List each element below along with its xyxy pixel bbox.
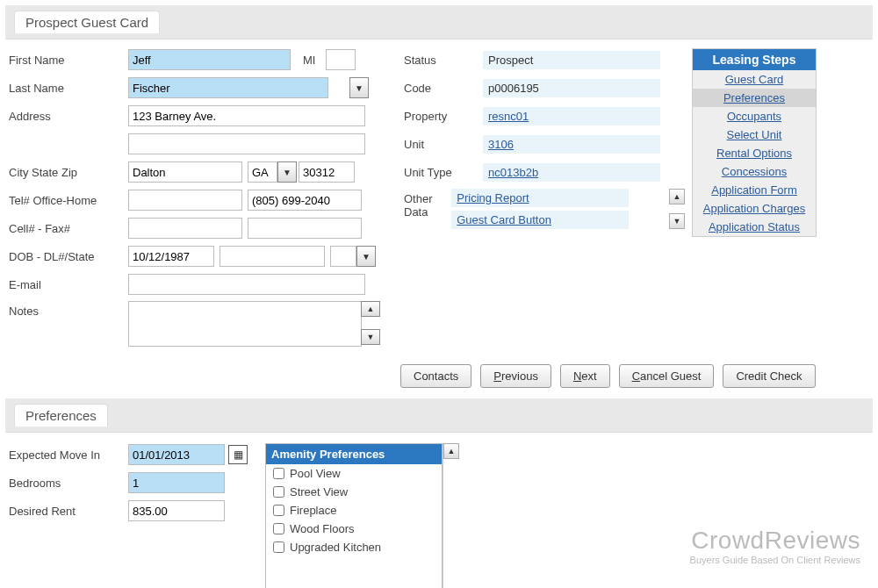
leasing-step-link[interactable]: Application Form [711,183,797,197]
amenity-label: Pool View [290,467,341,480]
leasing-step-item[interactable]: Rental Options [693,144,816,162]
amenities-listbox: Amenity Preferences Pool ViewStreet View… [265,443,443,588]
address1-input[interactable] [128,105,365,126]
label-first-name: First Name [9,54,128,67]
last-name-input[interactable] [128,77,328,98]
bedrooms-input[interactable] [128,472,225,493]
cancel-guest-button[interactable]: Cancel Guest [619,364,715,388]
leasing-step-link[interactable]: Guest Card [725,73,783,86]
pricing-report-link[interactable]: Pricing Report [457,191,529,204]
amenity-item: Wood Floors [266,520,442,538]
leasing-step-link[interactable]: Preferences [723,91,785,104]
amenities-scroll-up[interactable]: ▲ [443,443,459,459]
amenity-label: Upgraded Kitchen [290,541,381,554]
address2-input[interactable] [128,133,365,154]
city-input[interactable] [128,161,242,183]
label-notes: Notes [9,301,128,318]
label-cell-fax: Cell# - Fax# [9,222,128,235]
amenity-checkbox[interactable] [273,486,284,498]
notes-scroll-up[interactable]: ▲ [361,301,380,317]
dl-state-dropdown[interactable]: ▼ [356,246,376,267]
amenity-item: Pool View [266,464,442,483]
leasing-step-item[interactable]: Occupants [693,107,816,125]
cell-input[interactable] [128,218,242,239]
dl-number-input[interactable] [220,246,325,267]
leasing-step-item[interactable]: Application Form [693,181,816,199]
unit-link[interactable]: 3106 [488,138,514,151]
leasing-step-link[interactable]: Application Status [709,220,800,233]
property-link[interactable]: resnc01 [488,110,529,123]
label-desired-rent: Desired Rent [9,505,128,518]
leasing-step-item[interactable]: Concessions [693,162,816,181]
label-email: E-mail [9,278,128,291]
guest-card-title: Prospect Guest Card [14,11,160,33]
leasing-step-item[interactable]: Application Charges [693,199,816,218]
label-bedrooms: Bedrooms [9,477,128,490]
dob-input[interactable] [128,246,214,267]
leasing-steps-panel: Leasing Steps Guest CardPreferencesOccup… [692,48,817,237]
code-value: p0006195 [483,79,660,97]
other-data-scroll-down[interactable]: ▼ [669,213,685,229]
amenity-label: Fireplace [290,504,336,517]
amenity-checkbox[interactable] [273,523,284,534]
mi-input[interactable] [326,49,356,70]
preferences-section-header: Preferences [5,398,873,433]
calendar-icon[interactable]: ▦ [228,445,248,464]
expected-move-in-input[interactable] [128,444,225,465]
amenity-checkbox[interactable] [273,468,284,479]
zip-input[interactable] [299,161,355,183]
label-other-data: Other Data [404,189,451,219]
label-dob: DOB - DL#/State [9,250,128,263]
leasing-steps-header: Leasing Steps [693,49,816,70]
label-address: Address [9,110,128,123]
email-input[interactable] [128,274,365,295]
tel-home-input[interactable] [248,190,362,211]
last-name-dropdown[interactable]: ▼ [349,77,369,98]
amenity-checkbox[interactable] [273,505,284,516]
leasing-step-link[interactable]: Concessions [722,165,787,178]
leasing-step-item[interactable]: Preferences [693,89,816,107]
leasing-step-link[interactable]: Rental Options [716,147,792,160]
amenity-label: Wood Floors [290,522,354,535]
leasing-step-item[interactable]: Application Status [693,218,816,236]
preferences-title: Preferences [14,404,108,427]
credit-check-button[interactable]: Credit Check [723,364,815,388]
label-tel: Tel# Office-Home [9,194,128,207]
leasing-step-link[interactable]: Application Charges [703,202,805,215]
label-mi: MI [303,54,320,67]
label-unit-type: Unit Type [404,166,483,179]
action-button-row: Contacts Previous Next Cancel Guest Cred… [400,361,873,398]
preferences-form: Expected Move In ▦ Bedrooms Desired Rent [9,443,248,588]
status-panel: Status Prospect Code p0006195 Property r… [395,48,685,352]
leasing-step-item[interactable]: Guest Card [693,70,816,89]
leasing-step-item[interactable]: Select Unit [693,125,816,144]
unit-type-link[interactable]: nc013b2b [488,166,538,179]
label-property: Property [404,110,483,123]
notes-scroll-down[interactable]: ▼ [361,329,380,345]
leasing-step-link[interactable]: Occupants [727,110,781,123]
first-name-input[interactable] [128,49,291,70]
desired-rent-input[interactable] [128,500,225,521]
amenity-item: Street View [266,483,442,501]
guest-card-section-header: Prospect Guest Card [5,5,873,39]
dl-state-input[interactable] [330,246,356,267]
watermark: CrowdReviews Buyers Guide Based On Clien… [690,527,860,565]
state-dropdown[interactable]: ▼ [277,161,297,183]
previous-button[interactable]: Previous [480,364,551,388]
label-last-name: Last Name [9,82,128,95]
amenity-item: Fireplace [266,501,442,520]
notes-textarea[interactable] [128,301,362,347]
guest-card-form: First Name MI Last Name ▼ Address City S… [9,48,395,352]
tel-office-input[interactable] [128,190,242,211]
leasing-step-link[interactable]: Select Unit [727,128,782,141]
next-button[interactable]: Next [560,364,610,388]
guest-card-button-link[interactable]: Guest Card Button [457,213,551,226]
amenity-item: Upgraded Kitchen [266,538,442,556]
amenities-header: Amenity Preferences [266,444,442,464]
other-data-scroll-up[interactable]: ▲ [669,189,685,204]
contacts-button[interactable]: Contacts [400,364,471,388]
fax-input[interactable] [248,218,362,239]
state-input[interactable] [248,161,277,183]
amenity-checkbox[interactable] [273,541,284,553]
label-expected-move-in: Expected Move In [9,448,128,462]
